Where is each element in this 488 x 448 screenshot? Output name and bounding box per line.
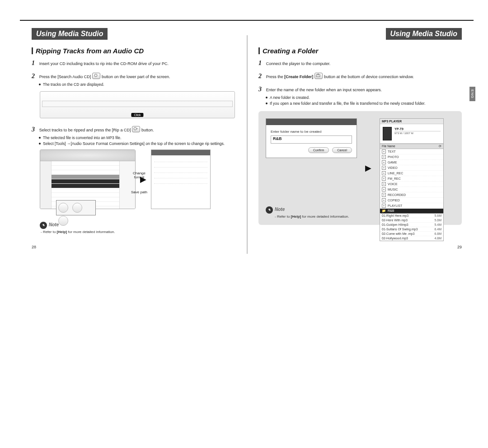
expand-icon[interactable]: + [382,177,386,181]
app-right-pane [119,161,135,209]
svg-point-0 [94,74,97,77]
arrow-right-icon: ▶ [365,163,371,173]
file-item[interactable]: 01-Right Here.mp35.6M [380,214,443,218]
dialog-label: Enter folder name to be created [271,130,352,134]
folder-list: +TEXT+PHOTO+GAME+VIDEO+LINE_REC+FM_REC+V… [380,149,443,209]
expand-icon[interactable]: + [382,198,386,202]
step-2-bullet: The tracks on the CD are displayed. [39,82,235,87]
mock-toolbar [42,101,233,107]
step-2-left: 2 Press the [Search Audio CD] button on … [32,72,235,81]
step-3-b2-text: Select [Tools] →[Audio Source Format Con… [43,141,225,146]
file-item[interactable]: 01-Sultans Of Swing.mp36.4M [380,227,443,232]
note-label: Note [275,207,285,212]
figure-group: ▶ Change format Save path [40,149,235,209]
note-icon: ✎ [40,222,47,229]
file-item[interactable]: 02-Hollywood.mp34.8M [380,236,443,241]
left-column: Using Media Studio Ripping Tracks from a… [20,21,247,448]
folder-item[interactable]: +RECORDED [380,192,443,198]
step-3-post: button. [141,128,154,132]
device-capacity: 973 M / 1007 M [394,131,441,135]
expand-icon[interactable]: + [382,160,386,164]
subheading-left-text: Ripping Tracks from an Audio CD [36,47,144,55]
folder-item[interactable]: +PHOTO [380,154,443,160]
dialog-titlebar [266,119,357,125]
control-button-icon [58,216,68,226]
tree-header: MP3 PLAYER [380,119,443,124]
file-item[interactable]: 02-Here With mp35.0M [380,218,443,223]
device-thumbnail-icon [383,127,392,140]
cancel-button[interactable]: Cancel [332,147,352,153]
app-sidebar [40,161,52,209]
note-block-right: ✎Note - Refer to [Help] for more detaile… [266,206,349,219]
file-list: 01-Right Here.mp35.6M02-Here With mp35.0… [380,214,443,241]
file-item[interactable]: 01-Goldpm HIlmp35.4M [380,223,443,227]
control-button-icon [58,203,68,213]
folder-item[interactable]: +VIDEO [380,165,443,171]
step-2-post: button on the lower part of the screen. [102,75,170,79]
folder-name-input[interactable]: R&B [271,135,352,144]
folder-item-selected[interactable]: 📁 R&B [380,209,443,214]
app-titlebar [40,150,135,161]
folder-item[interactable]: +TEXT [380,149,443,154]
step-1-left: 1 Insert your CD including tracks to rip… [32,59,235,68]
folder-item[interactable]: +MUSIC [380,187,443,192]
bullet-icon [266,103,267,104]
figure-panel-right: Enter folder name to be created R&B Conf… [258,111,462,225]
folder-item[interactable]: +LINE_REC [380,171,443,176]
step-3-pre: Select tracks to be ripped and press the… [39,128,131,132]
content-area: Using Media Studio Ripping Tracks from a… [20,21,474,448]
right-column: Using Media Studio Creating a Folder 1 C… [247,21,474,448]
subheading-right: Creating a Folder [258,47,462,55]
expand-icon[interactable]: + [382,149,386,154]
expand-icon[interactable]: + [382,155,386,159]
section-header-left: Using Media Studio [32,28,108,40]
bullet-icon [266,97,267,98]
conversion-settings-window [151,149,211,209]
confirm-button[interactable]: Confirm [308,147,329,153]
expand-icon[interactable]: + [382,182,386,186]
expand-icon[interactable]: + [382,187,386,191]
device-name: YP-T9 [394,127,441,131]
figure-toolbar: Click [40,91,235,118]
heading-bar-icon [32,47,33,54]
step-1-text: Insert your CD including tracks to rip i… [39,61,169,66]
subheading-right-text: Creating a Folder [263,47,318,55]
step-2-right-bold: [Create Folder] [284,75,313,79]
step-3-b1-text: The selected file is converted into an M… [43,135,121,140]
file-item[interactable]: 02-Come with Me .mp36.8M [380,232,443,236]
expand-icon[interactable]: + [382,193,386,197]
svg-point-1 [134,127,136,130]
folder-item[interactable]: +VOICE [380,182,443,187]
bullet-icon [39,137,41,139]
page-number-left: 28 [32,245,36,249]
folder-item[interactable]: +GAME [380,160,443,165]
folder-item[interactable]: +COPIED [380,198,443,203]
expand-icon[interactable]: + [382,166,386,170]
note-text-left: - Refer to [Help] for more detailed info… [41,230,235,234]
control-button-icon [72,203,82,213]
expand-icon[interactable]: + [382,204,386,208]
step-3-right-text: Enter the name of the new folder when an… [266,88,382,92]
create-folder-dialog: Enter folder name to be created R&B Conf… [266,118,357,158]
click-label: Click [131,113,143,117]
step-number: 3 [258,85,265,94]
step-3-left: 3 Select tracks to be ripped and press t… [32,126,235,134]
device-row: YP-T9 973 M / 1007 M [380,124,443,144]
section-header-right: Using Media Studio [386,28,462,40]
step-3-bullet-2: Select [Tools] →[Audio Source Format Con… [39,141,235,146]
device-tree-panel: MP3 PLAYER YP-T9 973 M / 1007 M File Nam… [380,118,444,241]
annotation-save-path: Save path [130,190,148,194]
annotation-change-format: Change format [130,171,148,179]
step-1-right-text: Connect the player to the computer. [266,61,331,66]
step-2-pre: Press the [Search Audio CD] [39,75,91,79]
folder-item[interactable]: +FM_REC [380,176,443,182]
create-folder-icon [314,73,323,79]
step-number: 2 [258,72,265,81]
step-1-right: 1 Connect the player to the computer. [258,59,462,68]
bullet-icon [39,84,41,85]
expand-icon[interactable]: + [382,171,386,175]
rip-controls-popup [56,200,96,215]
folder-item[interactable]: +PLAYLIST [380,203,443,209]
step-2-right-post: button at the bottom of device connectio… [324,75,414,79]
subheading-left: Ripping Tracks from an Audio CD [32,47,235,55]
